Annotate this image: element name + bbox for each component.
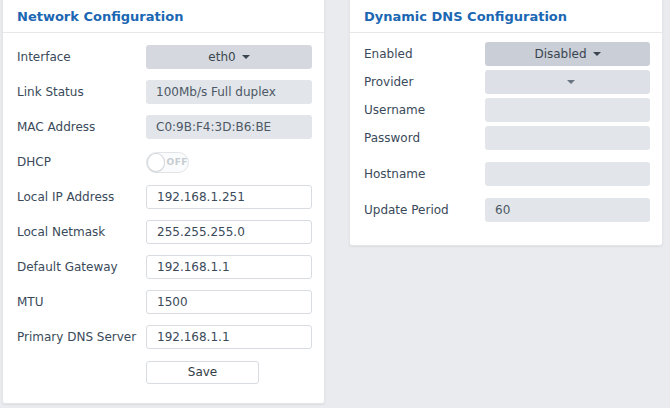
username-label: Username: [364, 103, 485, 117]
interface-dropdown-value: eth0: [208, 50, 235, 64]
network-panel-title: Network Configuration: [3, 0, 324, 33]
provider-row: Provider: [364, 70, 650, 94]
local-netmask-row: Local Netmask: [17, 220, 312, 244]
page: Network Configuration Interface eth0 Lin…: [0, 0, 670, 408]
update-period-label: Update Period: [364, 203, 485, 217]
chevron-down-icon: [242, 55, 250, 59]
save-button-cell: Save: [146, 361, 312, 384]
provider-dropdown[interactable]: [485, 70, 650, 94]
primary-dns-input[interactable]: [146, 325, 312, 349]
password-row: Password: [364, 126, 650, 150]
username-field[interactable]: [485, 98, 650, 122]
password-label: Password: [364, 131, 485, 145]
local-ip-label: Local IP Address: [17, 190, 146, 204]
interface-row: Interface eth0: [17, 45, 312, 69]
network-panel-body: Interface eth0 Link Status 100Mb/s Full …: [3, 33, 324, 384]
link-status-row: Link Status 100Mb/s Full duplex: [17, 80, 312, 104]
chevron-down-icon: [567, 80, 575, 84]
enabled-dropdown[interactable]: Disabled: [485, 42, 650, 66]
enabled-dropdown-value: Disabled: [534, 47, 586, 61]
local-netmask-label: Local Netmask: [17, 225, 146, 239]
dhcp-label: DHCP: [17, 155, 146, 169]
mac-address-row: MAC Address C0:9B:F4:3D:B6:BE: [17, 115, 312, 139]
local-ip-input[interactable]: [146, 185, 312, 209]
default-gateway-label: Default Gateway: [17, 260, 146, 274]
mtu-row: MTU: [17, 290, 312, 314]
update-period-row: Update Period 60: [364, 198, 650, 222]
network-configuration-panel: Network Configuration Interface eth0 Lin…: [2, 0, 325, 404]
update-period-field[interactable]: 60: [485, 198, 650, 222]
default-gateway-input[interactable]: [146, 255, 312, 279]
hostname-row: Hostname: [364, 162, 650, 186]
dhcp-toggle-cell: OFF: [146, 152, 312, 173]
enabled-label: Enabled: [364, 47, 485, 61]
primary-dns-label: Primary DNS Server: [17, 330, 146, 344]
toggle-state-label: OFF: [167, 157, 188, 167]
toggle-knob-icon: [147, 153, 165, 172]
default-gateway-row: Default Gateway: [17, 255, 312, 279]
password-field[interactable]: [485, 126, 650, 150]
interface-dropdown[interactable]: eth0: [146, 45, 312, 69]
ddns-panel-title: Dynamic DNS Configuration: [350, 0, 662, 33]
provider-label: Provider: [364, 75, 485, 89]
chevron-down-icon: [593, 52, 601, 56]
dhcp-row: DHCP OFF: [17, 150, 312, 174]
hostname-label: Hostname: [364, 167, 485, 181]
dynamic-dns-configuration-panel: Dynamic DNS Configuration Enabled Disabl…: [349, 0, 663, 246]
mac-address-label: MAC Address: [17, 120, 146, 134]
save-row: Save: [17, 360, 312, 384]
enabled-row: Enabled Disabled: [364, 42, 650, 66]
link-status-label: Link Status: [17, 85, 146, 99]
dhcp-toggle[interactable]: OFF: [146, 152, 189, 173]
primary-dns-row: Primary DNS Server: [17, 325, 312, 349]
mtu-label: MTU: [17, 295, 146, 309]
ddns-panel-body: Enabled Disabled Provider Username Passw…: [350, 33, 662, 222]
local-ip-row: Local IP Address: [17, 185, 312, 209]
username-row: Username: [364, 98, 650, 122]
link-status-field: 100Mb/s Full duplex: [146, 80, 312, 104]
hostname-field[interactable]: [485, 162, 650, 186]
mac-address-field: C0:9B:F4:3D:B6:BE: [146, 115, 312, 139]
interface-label: Interface: [17, 50, 146, 64]
mtu-input[interactable]: [146, 290, 312, 314]
local-netmask-input[interactable]: [146, 220, 312, 244]
save-button[interactable]: Save: [146, 361, 259, 384]
